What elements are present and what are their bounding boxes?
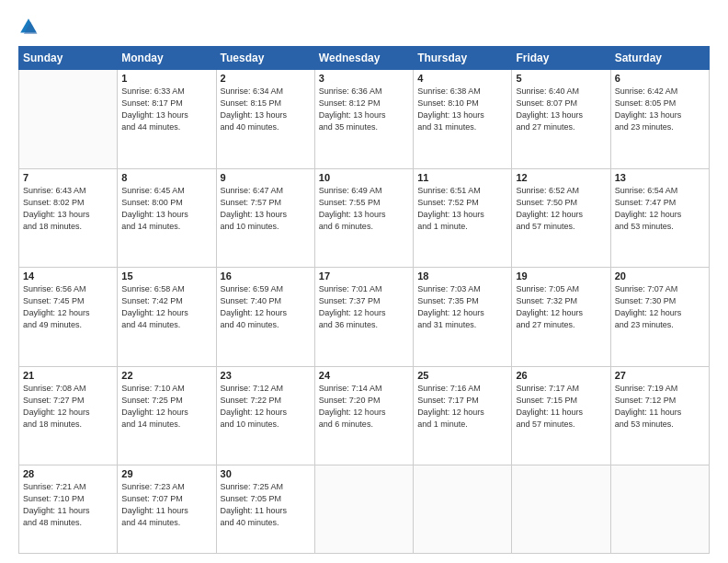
day-number: 1 xyxy=(121,73,211,84)
day-info: Sunrise: 6:56 AMSunset: 7:45 PMDaylight:… xyxy=(23,283,113,331)
page: SundayMondayTuesdayWednesdayThursdayFrid… xyxy=(0,0,728,563)
day-number: 7 xyxy=(23,172,113,183)
calendar-cell: 30Sunrise: 7:25 AMSunset: 7:05 PMDayligh… xyxy=(216,465,314,554)
calendar-cell: 29Sunrise: 7:23 AMSunset: 7:07 PMDayligh… xyxy=(118,465,216,554)
calendar-table: SundayMondayTuesdayWednesdayThursdayFrid… xyxy=(18,46,710,554)
day-info: Sunrise: 6:54 AMSunset: 7:47 PMDaylight:… xyxy=(615,185,705,233)
day-number: 6 xyxy=(615,73,705,84)
day-number: 30 xyxy=(221,468,311,479)
calendar-cell xyxy=(414,465,512,554)
day-info: Sunrise: 7:21 AMSunset: 7:10 PMDaylight:… xyxy=(23,481,113,529)
weekday-header: Friday xyxy=(512,47,610,70)
day-number: 8 xyxy=(121,172,211,183)
calendar-cell: 15Sunrise: 6:58 AMSunset: 7:42 PMDayligh… xyxy=(118,268,216,367)
day-number: 20 xyxy=(615,270,705,282)
calendar-cell: 12Sunrise: 6:52 AMSunset: 7:50 PMDayligh… xyxy=(512,168,610,268)
day-info: Sunrise: 6:40 AMSunset: 8:07 PMDaylight:… xyxy=(516,86,606,133)
calendar-cell: 21Sunrise: 7:08 AMSunset: 7:27 PMDayligh… xyxy=(19,366,118,465)
calendar-cell: 16Sunrise: 6:59 AMSunset: 7:40 PMDayligh… xyxy=(216,268,314,367)
calendar-cell xyxy=(512,465,610,554)
day-info: Sunrise: 7:25 AMSunset: 7:05 PMDaylight:… xyxy=(221,481,311,529)
day-number: 19 xyxy=(516,270,606,282)
calendar-cell: 6Sunrise: 6:42 AMSunset: 8:05 PMDaylight… xyxy=(610,70,709,169)
day-number: 24 xyxy=(319,370,409,381)
day-number: 23 xyxy=(221,370,311,381)
day-info: Sunrise: 6:58 AMSunset: 7:42 PMDaylight:… xyxy=(121,283,211,331)
calendar-cell: 4Sunrise: 6:38 AMSunset: 8:10 PMDaylight… xyxy=(414,70,512,169)
calendar-cell: 25Sunrise: 7:16 AMSunset: 7:17 PMDayligh… xyxy=(414,366,512,465)
calendar-cell: 27Sunrise: 7:19 AMSunset: 7:12 PMDayligh… xyxy=(610,366,709,465)
day-number: 11 xyxy=(417,172,507,183)
calendar-cell: 2Sunrise: 6:34 AMSunset: 8:15 PMDaylight… xyxy=(216,70,314,169)
day-number: 29 xyxy=(121,468,211,479)
day-number: 18 xyxy=(417,270,507,282)
day-number: 15 xyxy=(121,270,211,282)
logo-icon xyxy=(18,17,39,37)
day-info: Sunrise: 7:23 AMSunset: 7:07 PMDaylight:… xyxy=(121,481,211,529)
day-info: Sunrise: 7:19 AMSunset: 7:12 PMDaylight:… xyxy=(615,383,705,431)
day-info: Sunrise: 7:17 AMSunset: 7:15 PMDaylight:… xyxy=(516,383,606,431)
day-info: Sunrise: 7:10 AMSunset: 7:25 PMDaylight:… xyxy=(121,383,211,431)
logo xyxy=(18,17,42,37)
day-number: 22 xyxy=(121,370,211,381)
calendar-cell xyxy=(314,465,413,554)
day-info: Sunrise: 7:14 AMSunset: 7:20 PMDaylight:… xyxy=(319,383,409,431)
day-info: Sunrise: 6:38 AMSunset: 8:10 PMDaylight:… xyxy=(417,86,507,133)
day-info: Sunrise: 6:52 AMSunset: 7:50 PMDaylight:… xyxy=(516,185,606,233)
calendar-cell: 14Sunrise: 6:56 AMSunset: 7:45 PMDayligh… xyxy=(19,268,118,367)
day-number: 3 xyxy=(319,73,409,84)
calendar-cell: 5Sunrise: 6:40 AMSunset: 8:07 PMDaylight… xyxy=(512,70,610,169)
calendar-cell: 3Sunrise: 6:36 AMSunset: 8:12 PMDaylight… xyxy=(314,70,413,169)
day-number: 16 xyxy=(221,270,311,282)
weekday-header: Wednesday xyxy=(314,47,413,70)
day-number: 5 xyxy=(516,73,606,84)
calendar-cell: 23Sunrise: 7:12 AMSunset: 7:22 PMDayligh… xyxy=(216,366,314,465)
calendar-cell: 1Sunrise: 6:33 AMSunset: 8:17 PMDaylight… xyxy=(118,70,216,169)
calendar-cell: 28Sunrise: 7:21 AMSunset: 7:10 PMDayligh… xyxy=(19,465,118,554)
day-number: 4 xyxy=(417,73,507,84)
day-number: 28 xyxy=(23,468,113,479)
calendar-cell: 20Sunrise: 7:07 AMSunset: 7:30 PMDayligh… xyxy=(610,268,709,367)
day-info: Sunrise: 7:05 AMSunset: 7:32 PMDaylight:… xyxy=(516,283,606,331)
day-info: Sunrise: 7:16 AMSunset: 7:17 PMDaylight:… xyxy=(417,383,507,431)
day-info: Sunrise: 6:47 AMSunset: 7:57 PMDaylight:… xyxy=(221,185,311,233)
day-number: 27 xyxy=(615,370,705,381)
day-info: Sunrise: 6:51 AMSunset: 7:52 PMDaylight:… xyxy=(417,185,507,233)
day-info: Sunrise: 7:07 AMSunset: 7:30 PMDaylight:… xyxy=(615,283,705,331)
day-info: Sunrise: 6:42 AMSunset: 8:05 PMDaylight:… xyxy=(615,86,705,133)
calendar-cell: 18Sunrise: 7:03 AMSunset: 7:35 PMDayligh… xyxy=(414,268,512,367)
calendar-cell: 22Sunrise: 7:10 AMSunset: 7:25 PMDayligh… xyxy=(118,366,216,465)
calendar-cell: 11Sunrise: 6:51 AMSunset: 7:52 PMDayligh… xyxy=(414,168,512,268)
weekday-header: Monday xyxy=(118,47,216,70)
day-info: Sunrise: 6:36 AMSunset: 8:12 PMDaylight:… xyxy=(319,86,409,133)
day-info: Sunrise: 6:43 AMSunset: 8:02 PMDaylight:… xyxy=(23,185,113,233)
calendar-cell: 24Sunrise: 7:14 AMSunset: 7:20 PMDayligh… xyxy=(314,366,413,465)
day-info: Sunrise: 7:03 AMSunset: 7:35 PMDaylight:… xyxy=(417,283,507,331)
calendar-cell: 8Sunrise: 6:45 AMSunset: 8:00 PMDaylight… xyxy=(118,168,216,268)
day-number: 14 xyxy=(23,270,113,282)
day-info: Sunrise: 6:49 AMSunset: 7:55 PMDaylight:… xyxy=(319,185,409,233)
day-info: Sunrise: 6:45 AMSunset: 8:00 PMDaylight:… xyxy=(121,185,211,233)
header xyxy=(18,17,710,37)
day-number: 10 xyxy=(319,172,409,183)
day-info: Sunrise: 6:34 AMSunset: 8:15 PMDaylight:… xyxy=(221,86,311,133)
day-number: 13 xyxy=(615,172,705,183)
day-info: Sunrise: 7:08 AMSunset: 7:27 PMDaylight:… xyxy=(23,383,113,431)
day-info: Sunrise: 6:33 AMSunset: 8:17 PMDaylight:… xyxy=(121,86,211,133)
day-info: Sunrise: 6:59 AMSunset: 7:40 PMDaylight:… xyxy=(221,283,311,331)
weekday-header: Tuesday xyxy=(216,47,314,70)
calendar-cell xyxy=(610,465,709,554)
day-number: 2 xyxy=(221,73,311,84)
day-number: 9 xyxy=(221,172,311,183)
calendar-cell xyxy=(19,70,118,169)
day-number: 12 xyxy=(516,172,606,183)
calendar-cell: 19Sunrise: 7:05 AMSunset: 7:32 PMDayligh… xyxy=(512,268,610,367)
weekday-header: Saturday xyxy=(610,47,709,70)
day-info: Sunrise: 7:12 AMSunset: 7:22 PMDaylight:… xyxy=(221,383,311,431)
day-info: Sunrise: 7:01 AMSunset: 7:37 PMDaylight:… xyxy=(319,283,409,331)
day-number: 26 xyxy=(516,370,606,381)
weekday-header: Sunday xyxy=(19,47,118,70)
calendar-cell: 9Sunrise: 6:47 AMSunset: 7:57 PMDaylight… xyxy=(216,168,314,268)
day-number: 21 xyxy=(23,370,113,381)
calendar-cell: 13Sunrise: 6:54 AMSunset: 7:47 PMDayligh… xyxy=(610,168,709,268)
